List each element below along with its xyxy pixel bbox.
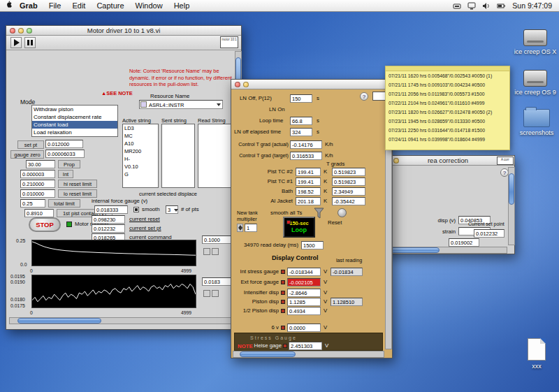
kelvin-unit: K bbox=[324, 178, 327, 184]
reset-label: Reset bbox=[328, 219, 342, 226]
loop-title-bar[interactable] bbox=[231, 80, 392, 89]
menu-item-window[interactable]: Window bbox=[130, 1, 168, 10]
active-string-list[interactable]: LD3 MC A10 MR200 H- V0.10 G bbox=[122, 124, 159, 188]
mode-item[interactable]: Withdraw piston bbox=[32, 106, 117, 113]
tgrad-target-field[interactable]: 0.316533 bbox=[290, 152, 322, 160]
sticky-note-title-bar[interactable] bbox=[386, 66, 509, 71]
volt-unit: V bbox=[324, 307, 327, 314]
desktop-icon-doc[interactable]: xxx bbox=[514, 338, 559, 370]
menu-item-capture[interactable]: Capture bbox=[91, 1, 129, 10]
graph-palette[interactable] bbox=[212, 248, 219, 255]
current-set-point-field: 0.012232 bbox=[474, 229, 504, 238]
volt-unit: V bbox=[324, 268, 327, 275]
list-item[interactable]: MR200 bbox=[123, 147, 158, 155]
sticky-line: 07/23/11 1945 hrs 0.028659"/0.013330 #05… bbox=[386, 117, 509, 126]
document-icon bbox=[528, 338, 546, 361]
disk1-label: ice creep OS X bbox=[513, 48, 558, 55]
read-delay-field[interactable]: 1500 bbox=[301, 241, 324, 249]
list-item[interactable]: H- bbox=[123, 155, 158, 163]
graph-palette[interactable] bbox=[203, 248, 210, 255]
hi-reset-field[interactable]: 0.210000 bbox=[20, 180, 55, 188]
menu-item-edit[interactable]: Edit bbox=[66, 1, 91, 10]
run-icon bbox=[14, 39, 20, 46]
set-pt-label: set pt bbox=[17, 140, 44, 149]
menu-item-help[interactable]: Help bbox=[168, 1, 196, 10]
menubar-clock[interactable]: Sun 9:47:09 bbox=[512, 1, 552, 10]
zoom-button[interactable] bbox=[27, 28, 32, 34]
horizontal-scrollbar[interactable] bbox=[233, 351, 384, 358]
resource-name-dropdown[interactable]: ASRL4::INSTR bbox=[139, 100, 223, 109]
set-pt-field[interactable]: 0.012000 bbox=[45, 140, 83, 148]
temp-value: 199.41 bbox=[296, 168, 321, 176]
pause-button[interactable] bbox=[24, 37, 36, 48]
displays-icon[interactable] bbox=[467, 2, 476, 10]
menu-app-name[interactable]: Grab bbox=[14, 1, 43, 10]
minimize-button[interactable] bbox=[393, 158, 399, 164]
smooth-button[interactable] bbox=[337, 208, 347, 217]
list-item[interactable]: A10 bbox=[123, 140, 158, 147]
funnel-icon[interactable] bbox=[314, 208, 324, 222]
mode-item[interactable]: Load relaxation bbox=[32, 129, 117, 136]
smooth-checkbox[interactable] bbox=[133, 207, 139, 212]
scrollbar-thumb[interactable] bbox=[17, 318, 101, 324]
sent-string-box bbox=[161, 124, 195, 188]
scrollbar-thumb[interactable] bbox=[240, 351, 296, 357]
graph-palette[interactable] bbox=[212, 290, 219, 297]
minimize-button[interactable] bbox=[18, 28, 24, 34]
vi-icon: motor 10:1 bbox=[220, 36, 238, 48]
run-button[interactable] bbox=[10, 37, 22, 48]
motor-title-bar[interactable]: Motor driver 10 to 1 v8.vi bbox=[6, 26, 241, 36]
volt-unit: V bbox=[324, 324, 327, 331]
current-set-pt-field: 0.012232 bbox=[92, 224, 125, 233]
pist-contact-field[interactable]: 0.8910 bbox=[24, 209, 54, 217]
temp-grad: 2.34949 bbox=[332, 187, 365, 196]
mode-item-selected[interactable]: Constant load bbox=[32, 121, 117, 129]
kelvin-unit: K bbox=[324, 168, 327, 175]
int-field[interactable]: 0.000003 bbox=[20, 170, 55, 178]
horizontal-scrollbar[interactable] bbox=[9, 317, 237, 324]
chart2-tick: 0.0180 bbox=[10, 297, 25, 302]
modem-icon[interactable] bbox=[453, 2, 461, 10]
total-limit-field[interactable]: 0.25 bbox=[20, 199, 45, 208]
menu-bar: Grab File Edit Capture Window Help Sun 9… bbox=[0, 0, 559, 12]
help-button[interactable]: ? bbox=[360, 92, 368, 101]
loop-toggle-button[interactable]: 150-sec Loop bbox=[283, 217, 315, 238]
prop-field[interactable]: 30.00 bbox=[26, 160, 55, 168]
vertical-scrollbar[interactable] bbox=[508, 167, 515, 245]
stop-button[interactable]: STOP bbox=[29, 217, 61, 232]
horizontal-scrollbar[interactable] bbox=[383, 247, 507, 254]
mode-item[interactable]: Constant displacement rate bbox=[32, 113, 117, 121]
menu-item-file[interactable]: File bbox=[43, 1, 67, 10]
battery-icon[interactable] bbox=[497, 2, 506, 10]
lo-reset-field[interactable]: 0.010000 bbox=[20, 189, 55, 198]
area-title-bar[interactable]: rea correction A corr bbox=[382, 156, 514, 166]
volume-icon[interactable] bbox=[482, 2, 491, 10]
scrollbar-thumb[interactable] bbox=[391, 247, 440, 253]
list-item[interactable]: G bbox=[123, 170, 158, 178]
list-item[interactable]: LD3 bbox=[123, 124, 158, 132]
list-item[interactable]: MC bbox=[123, 132, 158, 140]
desktop-icon-disk2[interactable]: ice creep OS 9 bbox=[513, 70, 558, 96]
sticky-note[interactable]: 07/21/11 1620 hrs 0.005468"/0.002543 #00… bbox=[385, 66, 510, 150]
desktop-icon-screenshots[interactable]: screenshots bbox=[514, 109, 559, 136]
read-delay-label: 34970 read delay (ms) bbox=[231, 242, 298, 248]
close-button[interactable] bbox=[10, 28, 15, 34]
motor-driver-window: Motor driver 10 to 1 v8.vi motor 10:1 No… bbox=[6, 25, 242, 330]
vi-icon: A corr bbox=[497, 157, 514, 165]
ln-off-field[interactable]: 150 bbox=[290, 94, 312, 103]
list-item[interactable]: V0.10 bbox=[123, 163, 158, 170]
multiplier-field[interactable]: 1 bbox=[245, 224, 257, 232]
graph-palette[interactable] bbox=[203, 290, 210, 297]
chart2-xmin-tick: 0 bbox=[30, 310, 33, 315]
tgrad-actual-field: -0.14176 bbox=[290, 140, 322, 149]
desktop-icon-disk1[interactable]: ice creep OS X bbox=[513, 29, 558, 55]
apple-menu-icon[interactable] bbox=[4, 1, 14, 11]
current-selected-label: current selected displace bbox=[139, 191, 240, 197]
hard-disk-icon bbox=[523, 29, 547, 46]
multiplier-stepper[interactable] bbox=[237, 224, 243, 232]
gauge-zero-field[interactable]: 0.00006033 bbox=[45, 150, 85, 158]
minimize-button[interactable] bbox=[243, 82, 249, 87]
chevron-down-icon bbox=[217, 103, 221, 106]
scrollbar-thumb[interactable] bbox=[509, 173, 514, 205]
close-button[interactable] bbox=[235, 82, 240, 87]
